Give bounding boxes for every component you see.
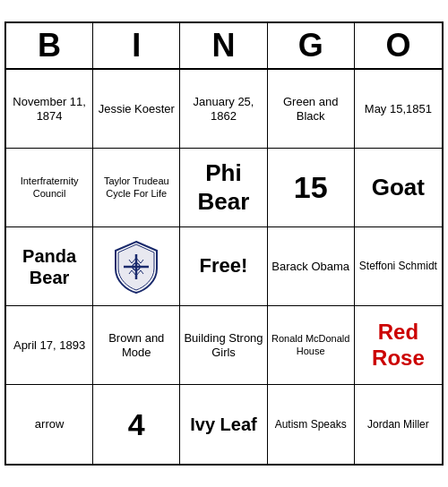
cell-r3c1: Panda Bear xyxy=(6,227,93,306)
cell-r2c4: 15 xyxy=(268,149,355,227)
header-g: G xyxy=(268,23,355,68)
bingo-grid: November 11, 1874 Jessie Koester January… xyxy=(6,70,442,464)
cell-r5c5: Jordan Miller xyxy=(355,385,442,464)
cell-r1c4: Green and Black xyxy=(268,70,355,149)
header-i: I xyxy=(93,23,180,68)
cell-r4c5: Red Rose xyxy=(355,306,442,385)
cell-r4c1: April 17, 1893 xyxy=(6,306,93,385)
cell-r1c1: November 11, 1874 xyxy=(6,70,93,149)
header-n: N xyxy=(180,23,267,68)
cell-r4c3: Building Strong Girls xyxy=(180,306,267,385)
cell-r2c1: Interfraternity Council xyxy=(6,149,93,227)
header-b: B xyxy=(6,23,93,68)
bingo-card: B I N G O November 11, 1874 Jessie Koest… xyxy=(4,21,444,466)
cell-r5c4: Autism Speaks xyxy=(268,385,355,464)
cell-r1c2: Jessie Koester xyxy=(93,70,180,149)
shield-icon xyxy=(112,240,160,294)
header-o: O xyxy=(355,23,442,68)
cell-r1c3: January 25, 1862 xyxy=(180,70,267,149)
cell-r1c5: May 15,1851 xyxy=(355,70,442,149)
cell-r3c2-shield xyxy=(93,227,180,306)
cell-r5c1: arrow xyxy=(6,385,93,464)
cell-r3c5: Steffoni Schmidt xyxy=(355,227,442,306)
cell-r4c2: Brown and Mode xyxy=(93,306,180,385)
cell-r5c2: 4 xyxy=(93,385,180,464)
cell-r5c3: Ivy Leaf xyxy=(180,385,267,464)
cell-r3c4: Barack Obama xyxy=(268,227,355,306)
cell-r2c2: Taylor Trudeau Cycle For Life xyxy=(93,149,180,227)
cell-r3c3-free: Free! xyxy=(180,227,267,306)
cell-r2c3: Phi Bear xyxy=(180,149,267,227)
cell-r2c5: Goat xyxy=(355,149,442,227)
bingo-header: B I N G O xyxy=(6,23,442,70)
cell-r4c4: Ronald McDonald House xyxy=(268,306,355,385)
